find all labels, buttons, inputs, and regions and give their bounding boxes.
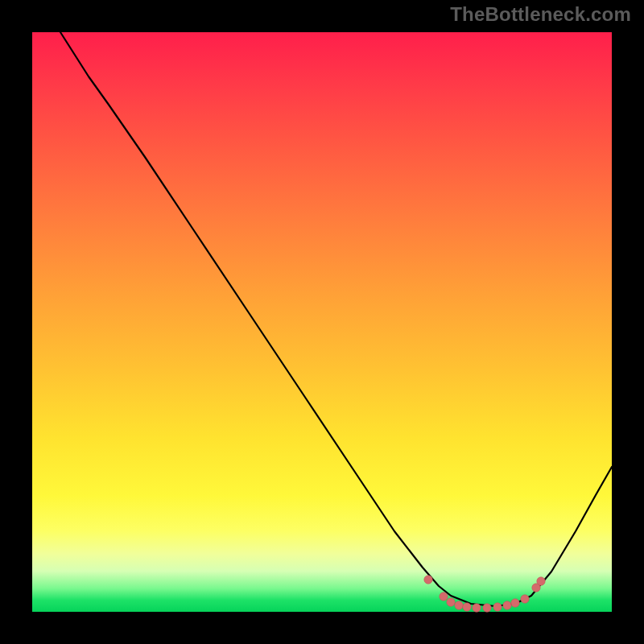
- curve-marker: [424, 576, 432, 584]
- curve-marker: [537, 577, 545, 585]
- curve-marker: [503, 601, 511, 609]
- curve-marker: [440, 592, 448, 601]
- curve-svg: [32, 32, 612, 612]
- curve-marker: [521, 595, 529, 603]
- curve-marker: [511, 599, 519, 607]
- curve-marker: [493, 603, 502, 611]
- curve-marker: [473, 604, 481, 612]
- curve-marker: [455, 601, 463, 609]
- curve-marker: [463, 603, 471, 611]
- curve-marker: [447, 598, 455, 606]
- curve-markers: [424, 576, 545, 612]
- curve-marker: [483, 604, 491, 612]
- plot-area: [32, 32, 612, 612]
- bottleneck-curve: [60, 32, 612, 606]
- attribution-text: TheBottleneck.com: [450, 3, 631, 26]
- chart-frame: TheBottleneck.com: [0, 0, 644, 644]
